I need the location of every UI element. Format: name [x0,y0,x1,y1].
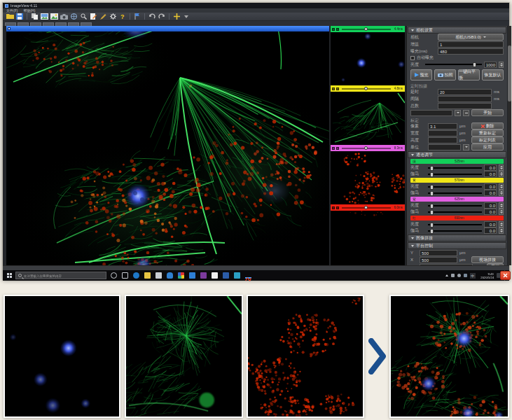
save-path-dropdown[interactable] [410,110,452,116]
spinner[interactable] [499,190,504,196]
camera-device-dropdown[interactable]: 相机(USB3.0) [438,34,504,41]
brightness-slider[interactable] [428,167,482,169]
copy-icon[interactable] [30,13,39,20]
task-view-icon[interactable] [122,272,128,279]
tray-cloud-icon[interactable] [451,274,455,277]
taskbar-search[interactable]: 在这里输入你要搜索的内容 [15,272,106,279]
exposure-slider-handle[interactable] [364,87,368,90]
pen-icon[interactable] [99,13,107,20]
white-balance-button[interactable]: 一键白平衡 [458,69,480,80]
brightness-value[interactable]: 0.0 [484,164,497,171]
channel-bar-red[interactable]: 红690nm [410,216,504,220]
pixel-field[interactable]: 3.1 [428,123,457,130]
toolbar-dropdown-icon[interactable] [182,13,191,20]
channel-toggle-icon[interactable] [332,206,335,209]
onedrive-icon[interactable] [167,272,173,279]
thumbnail-red-channel[interactable] [331,151,405,204]
browse-button[interactable] [463,110,469,116]
store-icon[interactable] [155,272,162,279]
stitch-button[interactable]: 视场拼接 [471,256,504,263]
tray-network-icon[interactable] [457,274,461,277]
edge-icon[interactable] [133,272,139,279]
crosshair-icon[interactable] [172,13,181,20]
gamma-value[interactable]: 0.0 [484,171,497,177]
tray-expand-icon[interactable] [445,274,448,276]
exposure-slider-handle[interactable] [364,206,368,209]
overlay-close-button[interactable] [500,271,511,280]
exposure-slider-track[interactable] [342,207,391,209]
channel-bar-magenta[interactable]: 紫625nm [410,197,504,202]
delete-calibration-button[interactable]: 删除 [471,122,504,130]
x-axis-field[interactable]: 500 [420,257,457,263]
thumbnail-green-channel[interactable] [331,92,405,145]
help-icon[interactable]: ? [118,13,127,20]
channel-slider-yellow[interactable]: 4.8ms [331,85,405,92]
level-spinner[interactable] [499,62,504,68]
paint-icon[interactable] [178,272,184,279]
exposure-slider-handle[interactable] [364,27,368,31]
channel-lock-icon[interactable] [336,88,339,90]
spinner[interactable] [499,227,504,234]
exposure-slider-handle[interactable] [364,146,368,150]
exposure-slider-track[interactable] [342,88,391,90]
tray-volume-icon[interactable] [464,274,467,277]
apply-button[interactable]: 应用 [471,144,504,150]
level-slider-handle[interactable] [473,62,476,67]
section-stage[interactable]: 平台控制 [408,242,506,249]
spinner[interactable] [499,164,504,171]
redo-icon[interactable] [158,13,166,20]
save-icon[interactable] [15,13,24,20]
open-folder-icon[interactable] [6,13,14,20]
channel-lock-icon[interactable] [336,147,339,150]
image-green-icon[interactable] [50,13,58,20]
app-blue-icon[interactable] [234,272,240,279]
dropdown-caret-button[interactable] [455,110,461,116]
gamma-slider[interactable] [428,192,482,194]
gain-field[interactable]: 1 [438,41,504,48]
channel-bar-green[interactable]: 绿525nm [410,159,504,164]
globe-icon[interactable] [69,13,78,20]
channel-bar-yellow[interactable]: 黄570nm [410,178,504,183]
image-blue-icon[interactable] [40,13,48,20]
section-camera[interactable]: 相机设置 [408,27,506,34]
ime-badge[interactable]: 中 [470,273,476,279]
photos-icon[interactable] [189,272,195,279]
start-button[interactable] [3,270,15,281]
brightness-slider[interactable] [428,224,482,225]
spinner[interactable] [499,202,504,209]
thumbnail-dark-channel[interactable] [331,211,405,264]
level-slider-track[interactable] [425,64,482,65]
capture-button[interactable]: 拍照 [434,69,456,80]
channel-toggle-icon[interactable] [332,88,335,90]
spinner[interactable] [499,183,504,190]
channel-toggle-icon[interactable] [332,147,335,150]
y-axis-field[interactable]: 500 [420,250,457,256]
thumbnail-blue-channel[interactable] [331,32,405,85]
channel-toggle-icon[interactable] [332,28,335,31]
calibration-list-button[interactable]: 标定列表 [471,136,504,144]
brightness-slider[interactable] [428,205,482,206]
visual-studio-icon[interactable] [200,272,207,279]
cortana-icon[interactable] [111,272,117,279]
word-icon[interactable] [223,272,229,279]
exposure-slider-track[interactable] [342,148,391,149]
magnifier-icon[interactable] [79,13,88,20]
viewer-titlebar[interactable] [6,26,329,31]
channel-slider-red[interactable]: 6.0ms [331,204,405,211]
dropdown-caret-button[interactable] [463,144,469,150]
camera-icon[interactable] [60,13,68,20]
count-field[interactable] [438,103,492,109]
gamma-value[interactable]: 0.0 [484,209,497,215]
delay-field[interactable]: 20 [438,89,492,95]
taskbar-clock[interactable]: 9:43 2020/5/24 [478,272,494,279]
start-button[interactable]: 开始 [471,109,504,116]
notepad-icon[interactable] [212,272,218,279]
preview-button[interactable]: 预览 [410,69,432,80]
gamma-slider[interactable] [428,230,482,232]
brightness-slider[interactable] [428,186,482,188]
gamma-slider[interactable] [428,211,482,213]
brightness-value[interactable]: 0.0 [484,221,497,227]
section-stitch[interactable]: 图像拼接 [408,234,506,241]
settings-gear-icon[interactable] [109,13,117,20]
imaging-app-icon[interactable] [245,272,251,279]
